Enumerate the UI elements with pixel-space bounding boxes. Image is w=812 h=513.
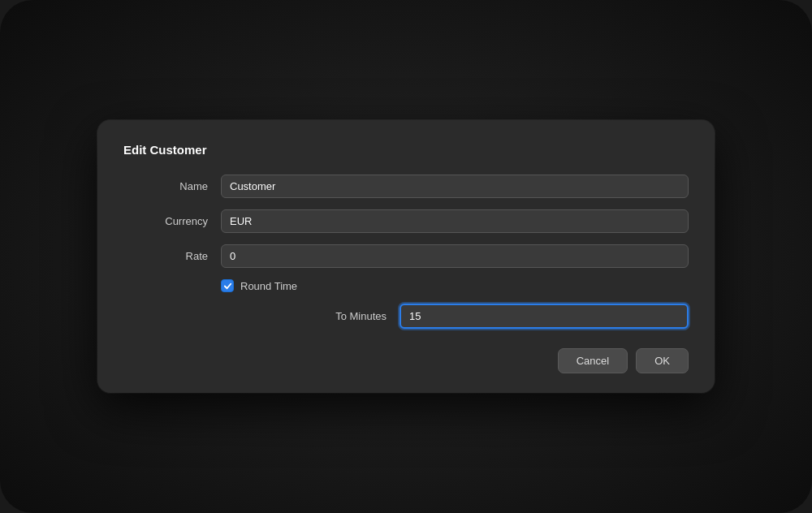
- name-input[interactable]: [221, 175, 689, 198]
- rate-input[interactable]: [221, 244, 689, 268]
- dialog-title: Edit Customer: [123, 143, 689, 157]
- round-time-checkbox[interactable]: [221, 279, 234, 292]
- name-row: Name: [123, 175, 689, 198]
- currency-row: Currency: [123, 209, 689, 233]
- round-time-checkbox-wrapper[interactable]: Round Time: [221, 279, 297, 292]
- currency-label: Currency: [123, 215, 221, 227]
- ok-button[interactable]: OK: [636, 348, 689, 373]
- checkmark-icon: [223, 282, 232, 291]
- to-minutes-input[interactable]: [400, 304, 689, 329]
- rate-row: Rate: [123, 244, 689, 268]
- cancel-button[interactable]: Cancel: [558, 348, 628, 373]
- rate-label: Rate: [123, 250, 221, 262]
- round-time-row: Round Time: [221, 279, 689, 292]
- currency-input[interactable]: [221, 209, 689, 233]
- name-label: Name: [123, 180, 221, 192]
- button-row: Cancel OK: [123, 348, 689, 373]
- to-minutes-row: To Minutes: [123, 304, 689, 329]
- to-minutes-label: To Minutes: [123, 310, 400, 322]
- round-time-label: Round Time: [240, 280, 297, 292]
- edit-customer-dialog: Edit Customer Name Currency Rate Round T…: [97, 120, 715, 393]
